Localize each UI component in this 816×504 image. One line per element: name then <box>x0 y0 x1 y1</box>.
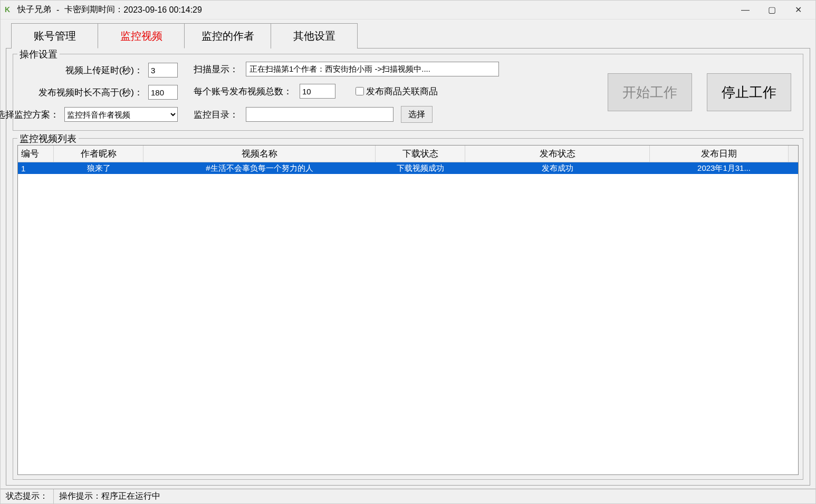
tab-monitor-video[interactable]: 监控视频 <box>98 23 185 49</box>
scan-display-input[interactable] <box>246 62 499 76</box>
col-header-download[interactable]: 下载状态 <box>376 146 465 162</box>
statusbar: 状态提示： 操作提示： 程序正在运行中 <box>1 489 815 503</box>
tab-monitor-author[interactable]: 监控的作者 <box>184 23 271 49</box>
cell-id: 1 <box>18 164 54 173</box>
upload-delay-label: 视频上传延时(秒)： <box>32 64 143 76</box>
app-icon: K <box>5 5 14 15</box>
max-duration-input[interactable] <box>148 85 178 100</box>
close-button[interactable]: ✕ <box>785 1 811 20</box>
status-tips: 操作提示： 程序正在运行中 <box>54 489 166 503</box>
col-header-publish[interactable]: 发布状态 <box>465 146 650 162</box>
titlebar-expiry-label: 卡密到期时间： <box>64 4 123 15</box>
tab-account-manage[interactable]: 账号管理 <box>11 23 98 49</box>
stop-work-button[interactable]: 停止工作 <box>707 73 791 111</box>
start-work-button[interactable]: 开始工作 <box>608 73 692 111</box>
tabs-row: 账号管理 监控视频 监控的作者 其他设置 <box>11 23 810 49</box>
publish-assoc-label: 发布商品关联商品 <box>366 85 438 98</box>
per-account-label: 每个账号发布视频总数： <box>194 85 292 98</box>
cell-video: #生活不会辜负每一个努力的人 <box>143 163 376 173</box>
plan-label: 选择监控方案： <box>0 109 59 121</box>
per-account-input[interactable] <box>300 84 335 99</box>
col-header-date[interactable]: 发布日期 <box>650 146 789 162</box>
publish-assoc-checkbox-input[interactable] <box>356 87 364 95</box>
list-group-title: 监控视频列表 <box>17 132 79 145</box>
table-row[interactable]: 1 狼来了 #生活不会辜负每一个努力的人 下载视频成功 发布成功 2023年1月… <box>18 162 798 174</box>
plan-select[interactable]: 监控抖音作者视频 <box>64 107 178 122</box>
listview-header: 编号 作者昵称 视频名称 下载状态 发布状态 发布日期 <box>18 146 798 162</box>
settings-groupbox: 操作设置 视频上传延时(秒)： 发布视频时长不高于(秒)： 选择监控方案： <box>13 54 803 131</box>
listview-body[interactable]: 1 狼来了 #生活不会辜负每一个努力的人 下载视频成功 发布成功 2023年1月… <box>18 162 798 474</box>
titlebar-sep: - <box>56 5 59 15</box>
select-dir-button[interactable]: 选择 <box>401 106 433 123</box>
dir-label: 监控目录： <box>194 109 238 121</box>
cell-download: 下载视频成功 <box>376 163 465 173</box>
status-tips-value: 程序正在运行中 <box>101 491 160 502</box>
titlebar[interactable]: K 快子兄弟 - 卡密到期时间： 2023-09-16 00:14:29 — ▢… <box>1 1 815 20</box>
cell-date: 2023年1月31... <box>650 163 798 173</box>
tab-other-settings[interactable]: 其他设置 <box>271 23 358 49</box>
col-header-author[interactable]: 作者昵称 <box>54 146 143 162</box>
status-label: 状态提示： <box>1 489 54 503</box>
col-header-id[interactable]: 编号 <box>18 146 54 162</box>
maximize-button[interactable]: ▢ <box>759 1 785 20</box>
col-header-video[interactable]: 视频名称 <box>143 146 376 162</box>
scan-label: 扫描显示： <box>194 63 238 75</box>
dir-input[interactable] <box>246 107 393 122</box>
status-tips-label: 操作提示： <box>59 491 101 502</box>
listview[interactable]: 编号 作者昵称 视频名称 下载状态 发布状态 发布日期 1 狼来了 #生活不会辜… <box>17 145 799 475</box>
main-window: K 快子兄弟 - 卡密到期时间： 2023-09-16 00:14:29 — ▢… <box>0 0 816 504</box>
titlebar-app-name: 快子兄弟 <box>17 4 51 15</box>
cell-author: 狼来了 <box>54 163 143 173</box>
minimize-button[interactable]: — <box>732 1 759 20</box>
publish-assoc-checkbox[interactable]: 发布商品关联商品 <box>356 85 438 98</box>
max-duration-label: 发布视频时长不高于(秒)： <box>32 86 143 99</box>
upload-delay-input[interactable] <box>148 63 178 77</box>
settings-group-title: 操作设置 <box>17 48 60 61</box>
titlebar-expiry-value: 2023-09-16 00:14:29 <box>123 5 202 15</box>
tab-content: 操作设置 视频上传延时(秒)： 发布视频时长不高于(秒)： 选择监控方案： <box>6 48 810 486</box>
list-groupbox: 监控视频列表 编号 作者昵称 视频名称 下载状态 发布状态 发布日期 1 <box>13 138 803 480</box>
cell-publish: 发布成功 <box>465 163 650 173</box>
